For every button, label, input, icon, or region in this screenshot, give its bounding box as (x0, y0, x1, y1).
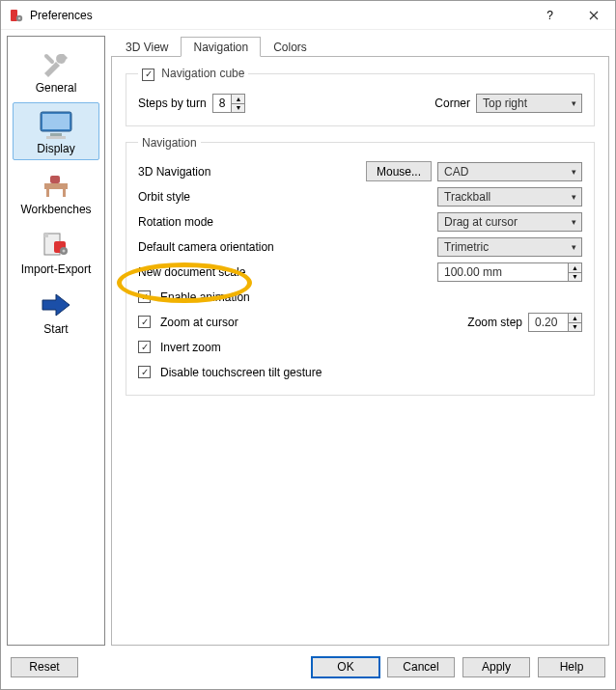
scale-label: New document scale (138, 265, 245, 279)
sidebar-item-workbenches[interactable]: Workbenches (13, 164, 99, 220)
monitor-icon (37, 107, 75, 142)
chevron-down-icon: ▾ (566, 217, 581, 227)
svg-rect-5 (50, 133, 62, 136)
nav3d-label: 3D Navigation (138, 165, 210, 179)
sidebar-item-label: Workbenches (20, 203, 91, 216)
rot-label: Rotation mode (138, 215, 213, 229)
svg-rect-9 (63, 189, 66, 197)
tools-icon (37, 46, 75, 81)
arrow-right-icon (37, 288, 75, 322)
enable-animation-checkbox[interactable] (138, 290, 151, 303)
spin-down-icon[interactable]: ▼ (231, 103, 244, 112)
zoom-cursor-label: Zoom at cursor (160, 316, 238, 329)
window-title: Preferences (30, 9, 528, 22)
tabs: 3D View Navigation Colors (111, 36, 609, 57)
zoom-cursor-checkbox[interactable] (138, 316, 151, 328)
sidebar-item-start[interactable]: Start (13, 284, 99, 340)
titlebar: Preferences ? (1, 1, 615, 30)
zoom-step-label: Zoom step (467, 316, 522, 329)
spin-down-icon[interactable]: ▼ (568, 322, 581, 331)
svg-rect-0 (11, 10, 17, 21)
sidebar-item-label: Import-Export (21, 262, 92, 276)
import-export-icon (37, 228, 75, 262)
invert-zoom-label: Invert zoom (160, 341, 221, 354)
tab-navigation[interactable]: Navigation (181, 37, 261, 57)
nav3d-combo[interactable]: CAD ▾ (437, 162, 582, 181)
rot-combo[interactable]: Drag at cursor ▾ (437, 212, 582, 232)
camera-value: Trimetric (438, 240, 566, 254)
reset-button[interactable]: Reset (11, 657, 78, 677)
spin-down-icon[interactable]: ▼ (568, 272, 581, 281)
orbit-label: Orbit style (138, 190, 190, 204)
navcube-checkbox[interactable] (142, 69, 154, 81)
svg-rect-10 (50, 176, 60, 183)
workbench-icon (37, 168, 75, 203)
corner-combo[interactable]: Top right ▾ (476, 94, 582, 113)
zoom-step-value: 0.20 (529, 316, 568, 329)
close-button[interactable] (572, 1, 615, 30)
disable-tilt-checkbox[interactable] (138, 366, 151, 378)
svg-rect-4 (42, 114, 70, 129)
camera-combo[interactable]: Trimetric ▾ (437, 237, 582, 257)
category-sidebar: General Display Workbenches Import-Expor… (7, 36, 105, 646)
disable-tilt-label: Disable touchscreen tilt gesture (160, 366, 322, 379)
svg-rect-7 (44, 183, 68, 189)
zoom-step-input[interactable]: 0.20 ▲ ▼ (528, 313, 582, 332)
navigation-legend: Navigation (138, 136, 201, 150)
chevron-down-icon: ▾ (566, 167, 581, 177)
spin-up-icon[interactable]: ▲ (568, 263, 581, 272)
app-icon (9, 8, 24, 23)
chevron-down-icon: ▾ (566, 242, 581, 252)
navcube-legend: Navigation cube (161, 67, 244, 80)
orbit-combo[interactable]: Trackball ▾ (437, 187, 582, 207)
tab-3d-view[interactable]: 3D View (113, 37, 181, 57)
svg-rect-6 (46, 136, 66, 139)
spin-up-icon[interactable]: ▲ (568, 314, 581, 322)
mouse-button[interactable]: Mouse... (366, 161, 432, 181)
corner-label: Corner (434, 97, 470, 110)
main-panel: 3D View Navigation Colors Navigation cub… (111, 36, 609, 646)
steps-value: 8 (213, 97, 232, 110)
enable-animation-label: Enable animation (160, 290, 250, 304)
invert-zoom-checkbox[interactable] (138, 341, 151, 353)
help-dialog-button[interactable]: Help (538, 657, 605, 677)
sidebar-item-general[interactable]: General (13, 42, 99, 98)
svg-rect-8 (46, 189, 49, 197)
apply-button[interactable]: Apply (462, 657, 530, 677)
steps-spin[interactable]: 8 ▲ ▼ (212, 94, 246, 113)
sidebar-item-import-export[interactable]: Import-Export (13, 224, 99, 280)
sidebar-item-display[interactable]: Display (13, 102, 99, 160)
tab-panel-navigation: Navigation cube Steps by turn 8 ▲ ▼ Corn… (111, 57, 609, 646)
sidebar-item-label: General (36, 81, 77, 95)
svg-point-2 (18, 16, 20, 18)
corner-value: Top right (477, 97, 566, 110)
svg-point-14 (63, 250, 66, 253)
chevron-down-icon: ▾ (566, 98, 581, 108)
navigation-group: Navigation 3D Navigation Mouse... CAD ▾ … (126, 136, 595, 396)
scale-input[interactable]: 100.00 mm ▲ ▼ (437, 262, 582, 282)
nav3d-value: CAD (438, 165, 566, 179)
sidebar-item-label: Start (43, 322, 68, 336)
camera-label: Default camera orientation (138, 240, 274, 254)
navcube-group: Navigation cube Steps by turn 8 ▲ ▼ Corn… (126, 67, 595, 126)
chevron-down-icon: ▾ (566, 192, 581, 202)
steps-label: Steps by turn (138, 97, 207, 110)
orbit-value: Trackball (438, 190, 566, 204)
rot-value: Drag at cursor (438, 215, 566, 229)
scale-value: 100.00 mm (438, 265, 568, 279)
sidebar-item-label: Display (37, 142, 74, 155)
spin-up-icon[interactable]: ▲ (231, 95, 244, 103)
help-button[interactable]: ? (528, 1, 572, 30)
ok-button[interactable]: OK (312, 657, 379, 677)
cancel-button[interactable]: Cancel (387, 657, 455, 677)
dialog-footer: Reset OK Cancel Apply Help (1, 651, 615, 682)
tab-colors[interactable]: Colors (261, 37, 320, 57)
